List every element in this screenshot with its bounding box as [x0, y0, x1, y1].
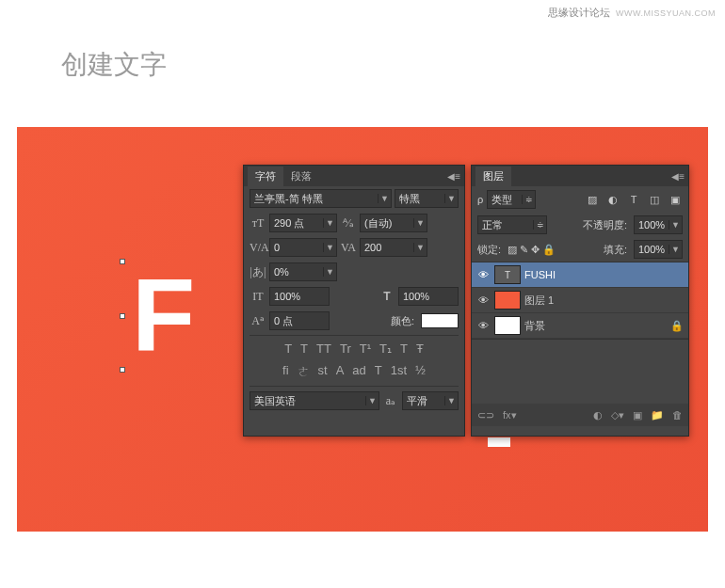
lock-all-icon[interactable]: 🔒: [542, 244, 556, 256]
filter-kind-field[interactable]: 类型≑: [487, 190, 536, 209]
ligatures[interactable]: fi: [282, 363, 289, 380]
filter-shape-icon[interactable]: ◫: [647, 192, 662, 207]
filter-search-icon: ρ: [477, 194, 483, 205]
color-label: 颜色:: [391, 314, 414, 328]
subscript[interactable]: T₁: [379, 342, 392, 356]
tab-layers[interactable]: 图层: [475, 167, 511, 186]
type-style-row1: T T TT Tr T¹ T₁ T Ŧ: [244, 338, 464, 359]
discretionary[interactable]: st: [318, 363, 328, 380]
type-style-row2: fi ㄜ st A ad T 1st ½: [244, 359, 464, 384]
fill-label: 填充:: [604, 243, 627, 257]
layers-list: 👁 T FUSHI 👁 图层 1 👁 背景 🔒: [472, 262, 688, 340]
layers-footer: ⊂⊃ fx▾ ◐ ◇▾ ▣ 📁 🗑: [472, 404, 688, 426]
visibility-icon[interactable]: 👁: [475, 320, 491, 331]
strikethrough[interactable]: Ŧ: [416, 342, 424, 356]
faux-italic[interactable]: T: [300, 342, 308, 356]
ordinals[interactable]: 1st: [391, 363, 407, 380]
new-layer-icon[interactable]: 📁: [651, 409, 664, 421]
adjustment-icon[interactable]: ◇▾: [611, 409, 624, 421]
leading-icon: ᴬ⁄ₐ: [340, 216, 357, 230]
tsume-field[interactable]: 0%▼: [269, 262, 337, 281]
baseline-field[interactable]: 0 点: [269, 311, 330, 330]
text-dash: [488, 437, 510, 447]
underline[interactable]: T: [400, 342, 408, 356]
leading-field[interactable]: (自动)▼: [360, 214, 427, 232]
filter-smart-icon[interactable]: ▣: [668, 192, 683, 207]
layer-row[interactable]: 👁 背景 🔒: [472, 313, 688, 339]
layer-mask-icon[interactable]: ◐: [593, 409, 603, 421]
layer-name[interactable]: FUSHI: [524, 269, 685, 280]
hscale-field[interactable]: 100%: [398, 287, 459, 306]
panel-menu-icon[interactable]: ◀≡: [671, 171, 685, 182]
font-size-icon: тT: [250, 216, 266, 230]
faux-bold[interactable]: T: [284, 342, 292, 356]
visibility-icon[interactable]: 👁: [475, 269, 491, 280]
all-caps[interactable]: TT: [316, 342, 331, 356]
lock-position-icon[interactable]: ✥: [531, 244, 540, 256]
tsume-icon: |あ|: [250, 264, 266, 280]
resize-handle[interactable]: [120, 367, 125, 373]
layer-fx-icon[interactable]: fx▾: [503, 409, 517, 421]
font-weight-field[interactable]: 特黑▼: [395, 189, 459, 208]
alt-ligatures[interactable]: ㄜ: [298, 363, 310, 380]
small-caps[interactable]: Tr: [340, 342, 351, 356]
lock-label: 锁定:: [477, 243, 501, 257]
layer-thumb-text: T: [494, 265, 521, 284]
antialias-icon: aₐ: [382, 394, 399, 408]
lock-transparent-icon[interactable]: ▨: [508, 244, 517, 256]
vscale-field[interactable]: 100%: [269, 287, 330, 306]
page-title: 创建文字: [61, 47, 167, 83]
panel-tabbar: 图层 ◀≡: [472, 166, 688, 186]
watermark: 思缘设计论坛WWW.MISSYUAN.COM: [548, 6, 716, 20]
layer-thumb: [494, 291, 521, 310]
superscript[interactable]: T¹: [360, 342, 371, 356]
tab-character[interactable]: 字符: [248, 167, 283, 186]
baseline-icon: Aᵃ: [250, 314, 266, 328]
resize-handle[interactable]: [120, 313, 125, 319]
link-layers-icon[interactable]: ⊂⊃: [477, 409, 494, 421]
fractions[interactable]: ½: [415, 363, 426, 380]
layer-thumb: [494, 316, 521, 335]
font-family-field[interactable]: 兰亭黑-简 特黑▼: [250, 189, 392, 208]
layer-name[interactable]: 图层 1: [524, 294, 685, 308]
stylistic-alt[interactable]: ad: [352, 363, 365, 380]
group-icon[interactable]: ▣: [633, 409, 642, 421]
opacity-field[interactable]: 100%▼: [634, 215, 683, 234]
delete-layer-icon[interactable]: 🗑: [672, 409, 683, 421]
swash[interactable]: A: [336, 363, 345, 380]
visibility-icon[interactable]: 👁: [475, 294, 491, 306]
font-size-field[interactable]: 290 点▼: [269, 214, 337, 232]
resize-handle[interactable]: [120, 259, 125, 264]
opacity-label: 不透明度:: [583, 218, 627, 232]
lock-icon: 🔒: [669, 320, 685, 332]
layer-name[interactable]: 背景: [524, 319, 666, 333]
filter-type-icon[interactable]: T: [626, 192, 641, 207]
filter-adjust-icon[interactable]: ◐: [605, 192, 620, 207]
language-field[interactable]: 美国英语▼: [250, 391, 379, 410]
character-panel: 字符 段落 ◀≡ 兰亭黑-简 特黑▼ 特黑▼ тT 290 点▼ ᴬ⁄ₐ (自动…: [243, 165, 465, 437]
kerning-icon: V/A: [250, 241, 266, 255]
color-swatch[interactable]: [421, 313, 459, 328]
tracking-icon: VA: [340, 241, 357, 255]
kerning-field[interactable]: 0▼: [269, 238, 337, 257]
tracking-field[interactable]: 200▼: [360, 238, 427, 257]
panel-menu-icon[interactable]: ◀≡: [447, 171, 460, 182]
vscale-icon: IT: [250, 290, 266, 304]
hscale-icon: T: [379, 290, 395, 304]
panel-tabbar: 字符 段落 ◀≡: [244, 166, 464, 186]
filter-pixel-icon[interactable]: ▨: [585, 192, 600, 207]
blend-mode-field[interactable]: 正常≑: [477, 215, 547, 234]
lock-image-icon[interactable]: ✎: [520, 244, 528, 256]
layer-row[interactable]: 👁 图层 1: [472, 288, 688, 313]
fill-field[interactable]: 100%▼: [634, 240, 683, 259]
tab-paragraph[interactable]: 段落: [283, 167, 319, 186]
layer-row[interactable]: 👁 T FUSHI: [472, 262, 688, 288]
layers-panel: 图层 ◀≡ ρ 类型≑ ▨ ◐ T ◫ ▣ 正常≑ 不透明度: 100%▼ 锁定…: [471, 165, 689, 437]
antialias-field[interactable]: 平滑▼: [402, 391, 459, 410]
titling[interactable]: T: [375, 363, 382, 380]
